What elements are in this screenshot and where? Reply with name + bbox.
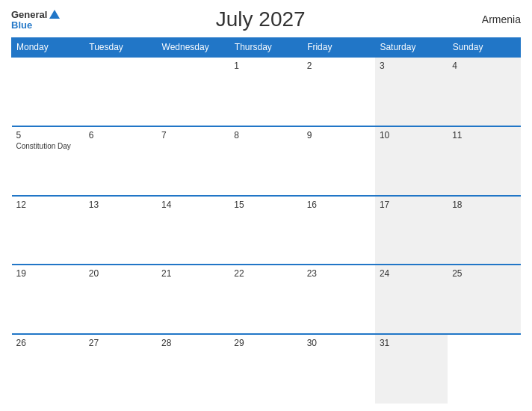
day-number: 3 (380, 61, 443, 71)
logo-triangle-icon (49, 10, 60, 19)
day-number: 13 (89, 200, 152, 210)
calendar-cell: 19 (12, 265, 84, 334)
calendar-cell: 30 (303, 334, 375, 404)
calendar-week-row: 12131415161718 (12, 196, 521, 265)
calendar-cell: 6 (84, 126, 157, 196)
logo-general-text: General (11, 10, 47, 19)
calendar-cell: 8 (229, 126, 302, 196)
calendar-week-row: 262728293031 (12, 334, 521, 404)
calendar-cell: 4 (448, 57, 520, 126)
calendar-cell: 5Constitution Day (12, 126, 84, 196)
day-number: 27 (89, 338, 152, 348)
day-event: Constitution Day (16, 142, 80, 150)
day-number: 26 (16, 338, 80, 348)
calendar-cell (84, 57, 157, 126)
day-number: 29 (234, 338, 297, 348)
day-number: 11 (452, 130, 516, 140)
calendar-cell: 22 (229, 265, 302, 334)
calendar-cell: 11 (448, 126, 520, 196)
country-label: Armenia (461, 13, 521, 25)
day-number: 28 (161, 338, 225, 348)
calendar-cell: 24 (375, 265, 448, 334)
day-number: 21 (161, 268, 225, 279)
day-number: 6 (89, 130, 152, 140)
col-header-sunday: Sunday (448, 38, 520, 58)
calendar-cell: 20 (84, 265, 157, 334)
calendar-cell (157, 57, 229, 126)
page-header: General Blue July 2027 Armenia (11, 7, 521, 31)
day-number: 22 (234, 268, 297, 279)
month-title: July 2027 (60, 7, 461, 31)
calendar-cell: 10 (375, 126, 448, 196)
calendar-week-row: 1234 (12, 57, 521, 126)
day-number: 9 (307, 130, 371, 140)
day-number: 20 (89, 268, 152, 279)
calendar-cell: 7 (157, 126, 229, 196)
day-number: 16 (307, 200, 371, 210)
day-number: 17 (380, 200, 443, 210)
day-number: 8 (234, 130, 297, 140)
calendar-cell: 27 (84, 334, 157, 404)
calendar-cell: 14 (157, 196, 229, 265)
calendar-cell: 13 (84, 196, 157, 265)
logo-blue-text: Blue (11, 20, 60, 30)
calendar-cell: 28 (157, 334, 229, 404)
calendar-cell: 18 (448, 196, 520, 265)
calendar-cell: 23 (303, 265, 375, 334)
calendar-cell: 12 (12, 196, 84, 265)
day-number: 1 (234, 61, 297, 71)
day-number: 14 (161, 200, 225, 210)
calendar-cell: 1 (229, 57, 302, 126)
day-number: 7 (161, 130, 225, 140)
calendar-cell: 21 (157, 265, 229, 334)
col-header-saturday: Saturday (375, 38, 448, 58)
day-number: 24 (380, 268, 443, 279)
calendar-cell: 15 (229, 196, 302, 265)
day-number: 15 (234, 200, 297, 210)
day-number: 31 (380, 338, 443, 348)
calendar-cell: 3 (375, 57, 448, 126)
calendar-cell: 25 (448, 265, 520, 334)
day-number: 2 (307, 61, 371, 71)
calendar-cell (448, 334, 520, 404)
day-number: 25 (452, 268, 516, 279)
day-number: 5 (16, 130, 80, 140)
col-header-wednesday: Wednesday (157, 38, 229, 58)
calendar-cell: 9 (303, 126, 375, 196)
day-number: 12 (16, 200, 80, 210)
calendar-table: MondayTuesdayWednesdayThursdayFridaySatu… (11, 37, 521, 404)
calendar-week-row: 19202122232425 (12, 265, 521, 334)
calendar-cell: 29 (229, 334, 302, 404)
day-number: 10 (380, 130, 443, 140)
col-header-thursday: Thursday (229, 38, 302, 58)
calendar-cell: 26 (12, 334, 84, 404)
col-header-monday: Monday (12, 38, 84, 58)
day-number: 23 (307, 268, 371, 279)
day-number: 19 (16, 268, 80, 279)
calendar-cell: 2 (303, 57, 375, 126)
calendar-week-row: 5Constitution Day67891011 (12, 126, 521, 196)
day-number: 18 (452, 200, 516, 210)
col-header-tuesday: Tuesday (84, 38, 157, 58)
calendar-cell (12, 57, 84, 126)
day-number: 30 (307, 338, 371, 348)
calendar-cell: 16 (303, 196, 375, 265)
calendar-cell: 17 (375, 196, 448, 265)
day-number: 4 (452, 61, 516, 71)
logo: General Blue (11, 10, 60, 30)
col-header-friday: Friday (303, 38, 375, 58)
calendar-header-row: MondayTuesdayWednesdayThursdayFridaySatu… (12, 38, 521, 58)
calendar-cell: 31 (375, 334, 448, 404)
